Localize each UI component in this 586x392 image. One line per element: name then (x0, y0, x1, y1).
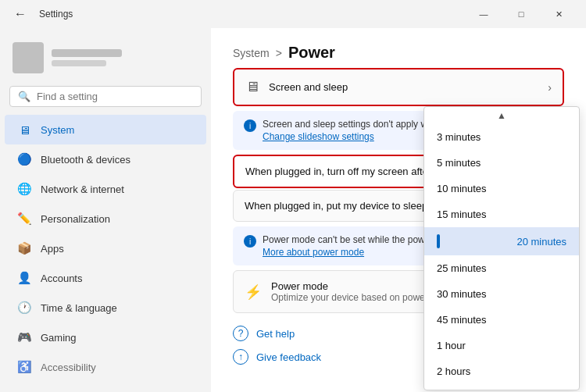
dropdown-option-label: 2 hours (437, 365, 470, 377)
minimize-button[interactable]: — (466, 3, 502, 25)
dropdown-option[interactable]: 15 minutes (424, 201, 579, 227)
network-icon: 🌐 (17, 182, 31, 196)
titlebar-left: ← Settings (9, 3, 73, 25)
power-info-icon: i (244, 235, 256, 248)
dropdown-option-label: 10 minutes (437, 183, 487, 194)
sleep-label: When plugged in, put my device to sleep … (245, 200, 451, 212)
dropdown-option[interactable]: 2 hours (424, 358, 579, 384)
user-profile[interactable] (0, 34, 211, 81)
bluetooth-icon: 🔵 (17, 152, 31, 166)
dropdown-option-label: 5 minutes (437, 157, 481, 169)
dropdown-option[interactable]: 3 hours (424, 384, 579, 390)
system-icon: 🖥 (17, 123, 31, 137)
sidebar-item-label: Personalization (41, 213, 110, 225)
avatar-text (52, 49, 122, 66)
sidebar: 🔍 🖥 System 🔵 Bluetooth & devices 🌐 Netwo… (0, 28, 211, 392)
breadcrumb-parent: System (233, 47, 270, 59)
back-button[interactable]: ← (9, 3, 31, 25)
power-mode-left: ⚡ Power mode Optimize your device based … (245, 280, 453, 303)
dropdown-option-label: 25 minutes (437, 262, 487, 274)
chevron-right-icon: › (548, 81, 552, 94)
dropdown-option[interactable]: 25 minutes (424, 255, 579, 281)
titlebar: ← Settings — □ ✕ (0, 0, 586, 28)
sidebar-item-network[interactable]: 🌐 Network & internet (5, 174, 206, 204)
sidebar-item-time[interactable]: 🕐 Time & language (5, 293, 206, 323)
content-area: System > Power 🖥 Screen and sleep › i Sc… (211, 28, 586, 392)
search-icon: 🔍 (18, 91, 30, 102)
scroll-up-button[interactable]: ▲ (424, 107, 579, 124)
get-help-label: Get help (256, 328, 295, 340)
dropdown-option[interactable]: 1 hour (424, 333, 579, 358)
personalization-icon: ✏️ (17, 212, 31, 226)
avatar-subtitle (52, 60, 106, 66)
avatar-name (52, 49, 122, 57)
gaming-icon: 🎮 (17, 330, 31, 344)
sidebar-item-label: Bluetooth & devices (41, 154, 130, 166)
dropdown-option-label: 45 minutes (437, 314, 487, 326)
sidebar-item-label: Accessibility (41, 362, 96, 373)
sidebar-item-label: System (41, 124, 74, 136)
dropdown-option[interactable]: 5 minutes (424, 150, 579, 176)
dropdown-option-label: 3 minutes (437, 131, 481, 143)
sidebar-item-system[interactable]: 🖥 System (5, 115, 206, 144)
help-icon: ? (233, 326, 248, 341)
feedback-label: Give feedback (256, 351, 321, 363)
sidebar-item-gaming[interactable]: 🎮 Gaming (5, 323, 206, 352)
titlebar-title: Settings (39, 9, 73, 20)
close-button[interactable]: ✕ (541, 3, 577, 25)
sidebar-item-apps[interactable]: 📦 Apps (5, 233, 206, 263)
dropdown-option[interactable]: 3 minutes (424, 124, 579, 150)
search-input[interactable] (37, 91, 193, 102)
avatar (13, 42, 44, 73)
breadcrumb-separator: > (276, 47, 282, 59)
dropdown-option[interactable]: 10 minutes (424, 176, 579, 201)
sidebar-item-personalization[interactable]: ✏️ Personalization (5, 204, 206, 233)
maximize-button[interactable]: □ (503, 3, 539, 25)
sidebar-item-accessibility[interactable]: ♿ Accessibility (5, 352, 206, 382)
sidebar-item-label: Gaming (41, 332, 77, 344)
dropdown-option[interactable]: 30 minutes (424, 281, 579, 307)
sidebar-item-bluetooth[interactable]: 🔵 Bluetooth & devices (5, 144, 206, 174)
breadcrumb-current: Power (288, 44, 335, 62)
breadcrumb: System > Power (233, 44, 564, 62)
selected-indicator (437, 234, 440, 248)
dropdown-list: 3 minutes5 minutes10 minutes15 minutes20… (424, 124, 579, 390)
feedback-icon: ↑ (233, 349, 248, 365)
dropdown-option[interactable]: 20 minutes (424, 227, 579, 255)
turn-off-screen-label: When plugged in, turn off my screen afte… (245, 166, 431, 177)
accounts-icon: 👤 (17, 271, 31, 285)
screen-sleep-row[interactable]: 🖥 Screen and sleep › (233, 68, 564, 106)
sidebar-item-label: Accounts (41, 273, 82, 284)
screen-sleep-left: 🖥 Screen and sleep (245, 79, 348, 95)
dropdown-option-label: 1 hour (437, 340, 466, 351)
sidebar-item-label: Network & internet (41, 184, 124, 195)
screen-sleep-label: Screen and sleep (269, 81, 348, 93)
main-layout: 🔍 🖥 System 🔵 Bluetooth & devices 🌐 Netwo… (0, 28, 586, 392)
dropdown-option-label: 15 minutes (437, 208, 487, 220)
power-mode-icon: ⚡ (245, 283, 262, 301)
time-icon: 🕐 (17, 301, 31, 315)
accessibility-icon: ♿ (17, 360, 31, 374)
sleep-left: When plugged in, put my device to sleep … (245, 200, 451, 212)
sidebar-item-accounts[interactable]: 👤 Accounts (5, 263, 206, 293)
apps-icon: 📦 (17, 241, 31, 255)
sidebar-search-container[interactable]: 🔍 (9, 86, 202, 107)
dropdown-option[interactable]: 45 minutes (424, 307, 579, 333)
info-icon: i (244, 119, 256, 132)
sidebar-item-label: Apps (41, 243, 64, 255)
dropdown-option-label: 20 minutes (516, 236, 566, 248)
screen-icon: 🖥 (245, 79, 259, 95)
titlebar-controls: — □ ✕ (466, 3, 577, 25)
dropdown-option-label: 30 minutes (437, 288, 487, 300)
sidebar-item-label: Time & language (41, 302, 117, 314)
turn-off-left: When plugged in, turn off my screen afte… (245, 166, 431, 177)
duration-dropdown: ▲ 3 minutes5 minutes10 minutes15 minutes… (423, 106, 580, 390)
